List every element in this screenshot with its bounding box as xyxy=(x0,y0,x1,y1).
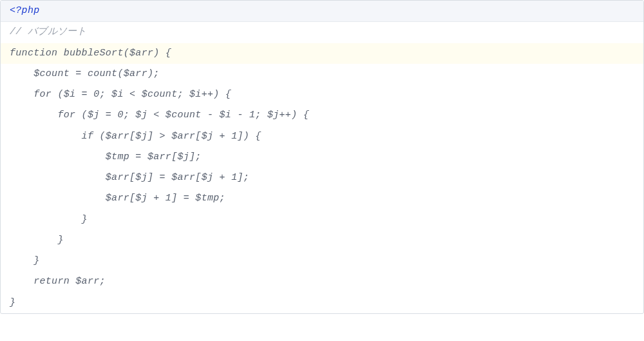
php-open-tag: <?php xyxy=(10,5,40,16)
code-line: // バブルソート xyxy=(1,22,643,43)
code-text: return $arr; xyxy=(10,276,106,287)
code-line: $count = count($arr); xyxy=(1,64,643,84)
code-line: } xyxy=(1,209,643,230)
code-block: <?php // バブルソート function bubbleSort($arr… xyxy=(0,0,644,314)
code-line: } xyxy=(1,251,643,271)
code-text: for ($j = 0; $j < $count - $i - 1; $j++)… xyxy=(10,110,309,121)
code-line-highlight: function bubbleSort($arr) { xyxy=(1,43,643,64)
code-line: $arr[$j + 1] = $tmp; xyxy=(1,188,643,209)
code-text: if ($arr[$j] > $arr[$j + 1]) { xyxy=(10,131,261,142)
code-text: } xyxy=(10,214,88,225)
code-text: } xyxy=(10,255,40,266)
code-text: } xyxy=(10,235,64,246)
code-line: } xyxy=(1,293,643,313)
code-line: } xyxy=(1,230,643,251)
code-line: <?php xyxy=(1,1,643,22)
code-line: if ($arr[$j] > $arr[$j + 1]) { xyxy=(1,126,643,147)
code-line: return $arr; xyxy=(1,271,643,292)
code-text: } xyxy=(10,297,15,308)
code-line: for ($j = 0; $j < $count - $i - 1; $j++)… xyxy=(1,105,643,126)
code-line: $tmp = $arr[$j]; xyxy=(1,147,643,168)
code-text: for ($i = 0; $i < $count; $i++) { xyxy=(10,89,231,100)
code-text: $count = count($arr); xyxy=(10,68,160,79)
code-text: $arr[$j] = $arr[$j + 1]; xyxy=(10,172,249,183)
code-text: function bubbleSort($arr) { xyxy=(10,48,171,59)
code-text: $arr[$j + 1] = $tmp; xyxy=(10,193,225,204)
code-text: $tmp = $arr[$j]; xyxy=(10,151,202,162)
code-line: for ($i = 0; $i < $count; $i++) { xyxy=(1,84,643,105)
comment: // バブルソート xyxy=(10,26,87,37)
code-line: $arr[$j] = $arr[$j + 1]; xyxy=(1,168,643,188)
